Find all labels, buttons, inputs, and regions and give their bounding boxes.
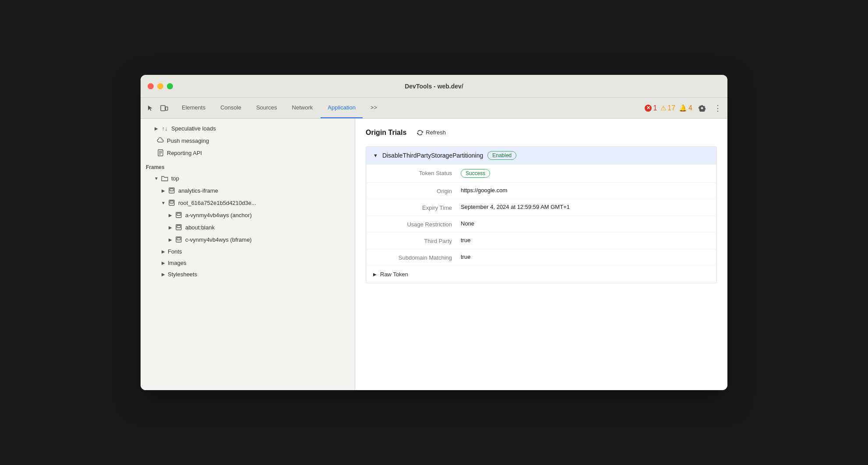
- trial-row-subdomain: Subdomain Matching true: [366, 249, 716, 265]
- sidebar-item-reporting-api[interactable]: Reporting API: [141, 147, 355, 159]
- folder-icon: [161, 174, 169, 182]
- info-icon: 🔔: [679, 104, 687, 112]
- sidebar-item-fonts[interactable]: ▶ Fonts: [141, 246, 355, 257]
- sidebar-item-push-messaging[interactable]: Push messaging: [141, 134, 355, 147]
- sidebar-item-label: Stylesheets: [168, 271, 197, 278]
- usage-label: Usage Restriction: [373, 220, 461, 228]
- anchor-arrow-icon: ▶: [167, 211, 174, 218]
- window-title: DevTools - web.dev/: [405, 83, 463, 90]
- bframe-icon: [175, 236, 183, 243]
- sidebar-item-analytics-iframe[interactable]: ▶ analytics-iframe: [141, 184, 355, 197]
- svg-rect-7: [170, 189, 173, 191]
- subdomain-value: true: [461, 254, 709, 260]
- error-icon: ✕: [645, 105, 652, 112]
- sidebar-item-anchor-frame[interactable]: ▶ a-vynmy4vb4wys (anchor): [141, 209, 355, 221]
- subdomain-label: Subdomain Matching: [373, 254, 461, 261]
- svg-rect-15: [177, 238, 180, 240]
- content-title: Origin Trials: [366, 129, 406, 137]
- more-menu-icon[interactable]: ⋮: [712, 102, 724, 114]
- raw-token-label: Raw Token: [380, 271, 408, 278]
- sidebar-item-images[interactable]: ▶ Images: [141, 257, 355, 268]
- refresh-label: Refresh: [426, 129, 446, 136]
- raw-token-row[interactable]: ▶ Raw Token: [366, 265, 716, 283]
- top-arrow-icon: ▼: [153, 175, 160, 182]
- sidebar-item-speculative-loads[interactable]: ▶ ↑↓ Speculative loads: [141, 122, 355, 134]
- tab-bar: Elements Console Sources Network Applica…: [141, 98, 727, 119]
- sidebar-item-label: root_616a752e1b5d4210d3e...: [178, 200, 256, 206]
- sidebar-item-label: top: [171, 175, 179, 182]
- sidebar-item-root-frame[interactable]: ▼ root_616a752e1b5d4210d3e...: [141, 197, 355, 209]
- svg-rect-1: [166, 107, 168, 110]
- trial-row-token-status: Token Status Success: [366, 164, 716, 182]
- arrow-icon: ▶: [153, 125, 160, 132]
- analytics-arrow-icon: ▶: [160, 187, 167, 194]
- sidebar-item-label: Fonts: [168, 248, 182, 255]
- raw-token-arrow-icon: ▶: [373, 272, 377, 277]
- root-arrow-icon: ▼: [160, 199, 167, 206]
- tab-bar-right: ✕ 1 ⚠ 17 🔔 4 ⋮: [645, 98, 724, 118]
- content-header: Origin Trials Refresh: [366, 127, 717, 137]
- warning-icon: ⚠: [660, 104, 666, 112]
- sidebar-item-bframe[interactable]: ▶ c-vynmy4vb4wys (bframe): [141, 233, 355, 246]
- cloud-icon: [156, 137, 164, 144]
- images-arrow-icon: ▶: [160, 259, 167, 266]
- sidebar-item-label: Images: [168, 260, 187, 266]
- minimize-button[interactable]: [157, 83, 163, 89]
- sidebar-item-blank-frame[interactable]: ▶ about:blank: [141, 221, 355, 233]
- blank-arrow-icon: ▶: [167, 224, 174, 231]
- tab-more[interactable]: >>: [363, 98, 384, 118]
- tab-elements[interactable]: Elements: [175, 98, 212, 118]
- tab-sources[interactable]: Sources: [249, 98, 284, 118]
- tab-console[interactable]: Console: [213, 98, 248, 118]
- trial-expand-icon: ▼: [373, 153, 378, 158]
- stylesheets-arrow-icon: ▶: [160, 271, 167, 278]
- tab-bar-icons: [144, 98, 170, 118]
- devtools-window: DevTools - web.dev/ Elements Console So: [141, 75, 727, 390]
- third-party-label: Third Party: [373, 237, 461, 244]
- settings-icon[interactable]: [696, 102, 708, 114]
- blank-frame-icon: [175, 223, 183, 231]
- traffic-lights: [148, 83, 173, 89]
- error-badge[interactable]: ✕ 1: [645, 104, 657, 112]
- device-icon[interactable]: [158, 102, 170, 114]
- sidebar-item-label: about:blank: [185, 224, 215, 231]
- usage-value: None: [461, 220, 709, 227]
- maximize-button[interactable]: [167, 83, 173, 89]
- svg-rect-9: [170, 201, 173, 203]
- token-status-label: Token Status: [373, 169, 461, 176]
- sidebar-item-label: c-vynmy4vb4wys (bframe): [185, 236, 252, 243]
- tab-application[interactable]: Application: [321, 98, 363, 118]
- close-button[interactable]: [148, 83, 154, 89]
- warning-badge[interactable]: ⚠ 17: [660, 104, 675, 112]
- trial-row-usage: Usage Restriction None: [366, 215, 716, 232]
- refresh-button[interactable]: Refresh: [413, 127, 449, 137]
- tab-network[interactable]: Network: [285, 98, 320, 118]
- cursor-icon[interactable]: [144, 102, 156, 114]
- trial-row-third-party: Third Party true: [366, 232, 716, 249]
- fonts-arrow-icon: ▶: [160, 248, 167, 255]
- document-icon: [156, 149, 164, 157]
- origin-label: Origin: [373, 187, 461, 194]
- sidebar-item-label: Push messaging: [167, 137, 209, 144]
- token-status-value: Success: [461, 169, 709, 178]
- svg-rect-11: [177, 213, 180, 215]
- sidebar-item-stylesheets[interactable]: ▶ Stylesheets: [141, 268, 355, 280]
- frame-icon: [168, 187, 176, 194]
- trial-name: DisableThirdPartyStoragePartitioning: [382, 152, 483, 159]
- trial-body: Token Status Success Origin https://goog…: [366, 164, 716, 283]
- origin-value: https://google.com: [461, 187, 709, 194]
- down-arrow-icon: ↑↓: [161, 124, 169, 132]
- trial-row-expiry: Expiry Time September 4, 2024 at 12:59:5…: [366, 199, 716, 215]
- sidebar: ▶ ↑↓ Speculative loads Push messaging: [141, 119, 355, 390]
- root-frame-icon: [168, 199, 176, 207]
- trial-row-origin: Origin https://google.com: [366, 182, 716, 199]
- sidebar-item-top[interactable]: ▼ top: [141, 172, 355, 184]
- sidebar-item-label: a-vynmy4vb4wys (anchor): [185, 212, 252, 218]
- info-badge[interactable]: 🔔 4: [679, 104, 692, 112]
- trial-header[interactable]: ▼ DisableThirdPartyStoragePartitioning E…: [366, 147, 716, 164]
- frames-section-header: Frames: [141, 159, 355, 172]
- sidebar-item-label: Speculative loads: [171, 125, 216, 132]
- svg-rect-13: [177, 225, 180, 228]
- title-bar: DevTools - web.dev/: [141, 75, 727, 98]
- success-badge: Success: [461, 169, 490, 178]
